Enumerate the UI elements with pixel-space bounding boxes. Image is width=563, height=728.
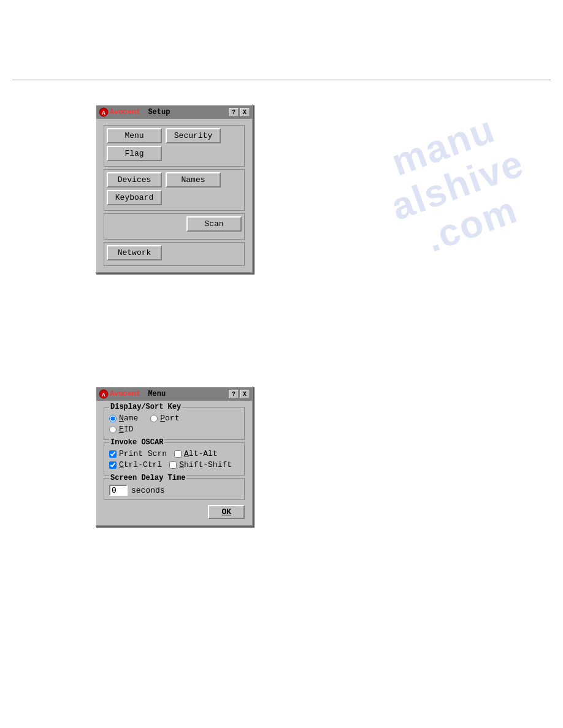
menu-title-left: A Avocent Menu xyxy=(99,389,166,399)
radio-port-row: Port xyxy=(150,414,179,423)
menu-titlebar: A Avocent Menu ? X xyxy=(96,387,252,401)
cb-ctrl-ctrl-item: Ctrl-Ctrl xyxy=(109,460,162,469)
cb-alt-alt-input[interactable] xyxy=(174,450,182,458)
btn-row-6: Network xyxy=(107,245,242,260)
flag-button[interactable]: Flag xyxy=(107,146,162,161)
scan-button[interactable]: Scan xyxy=(186,216,242,232)
setup-section-mid: Devices Names Keyboard xyxy=(104,169,245,211)
checkbox-row-1: Print Scrn Alt-Alt xyxy=(109,449,239,458)
display-sort-key-label: Display/Sort Key xyxy=(109,403,182,411)
invoke-oscar-label: Invoke OSCAR xyxy=(109,438,164,447)
radio-row-top: Name Port xyxy=(109,414,239,425)
menu-window: A Avocent Menu ? X Display/Sort Key Name xyxy=(95,386,253,526)
network-button[interactable]: Network xyxy=(107,245,162,260)
radio-name-input[interactable] xyxy=(109,415,117,422)
svg-text:A: A xyxy=(102,392,105,398)
menu-button[interactable]: Menu xyxy=(107,128,162,143)
cb-ctrl-ctrl-input[interactable] xyxy=(109,461,117,469)
cb-shift-shift-label: Shift-Shift xyxy=(179,460,232,469)
seconds-label: seconds xyxy=(131,486,165,495)
watermark: manualshive.com xyxy=(372,103,544,268)
screen-delay-row: seconds xyxy=(109,485,239,496)
menu-avocent-logo-icon: A xyxy=(99,389,109,399)
ok-row: OK xyxy=(101,502,247,521)
setup-window: A Avocent Setup ? X Menu Security Flag xyxy=(95,104,253,273)
page-container: manualshive.com A Avocent Setup ? X xyxy=(0,0,563,728)
setup-close-button[interactable]: X xyxy=(240,108,250,116)
avocent-text: Avocent xyxy=(110,108,140,116)
btn-row-1: Menu Security xyxy=(107,128,242,143)
setup-win-controls: ? X xyxy=(229,108,250,116)
setup-title-left: A Avocent Setup xyxy=(99,107,170,117)
devices-button[interactable]: Devices xyxy=(107,172,162,188)
setup-content: Menu Security Flag Devices Names Keyboar… xyxy=(96,119,252,272)
setup-window-title: Setup xyxy=(148,108,170,116)
menu-content: Display/Sort Key Name Port EID xyxy=(96,401,252,525)
radio-name-label: Name xyxy=(119,414,138,423)
menu-win-controls: ? X xyxy=(229,390,250,398)
cb-alt-alt-item: Alt-Alt xyxy=(174,449,218,458)
screen-delay-label: Screen Delay Time xyxy=(109,474,186,482)
radio-name-row: Name xyxy=(109,414,138,423)
cb-ctrl-ctrl-label: Ctrl-Ctrl xyxy=(119,460,162,469)
cb-shift-shift-input[interactable] xyxy=(169,461,177,469)
menu-close-button[interactable]: X xyxy=(240,390,250,398)
menu-avocent-text: Avocent xyxy=(110,390,140,398)
btn-row-4: Keyboard xyxy=(107,190,242,205)
menu-avocent-logo: A Avocent xyxy=(99,389,140,399)
menu-window-title: Menu xyxy=(148,390,166,398)
radio-eid-label: EID xyxy=(119,425,133,434)
radio-eid-row: EID xyxy=(109,425,239,434)
names-button[interactable]: Names xyxy=(166,172,221,188)
radio-eid-input[interactable] xyxy=(109,426,117,433)
radio-port-label: Port xyxy=(160,414,179,423)
horizontal-rule xyxy=(12,80,551,80)
checkbox-row-2: Ctrl-Ctrl Shift-Shift xyxy=(109,460,239,469)
display-sort-key-group: Display/Sort Key Name Port EID xyxy=(104,407,245,440)
svg-text:A: A xyxy=(102,110,105,116)
cb-alt-alt-label: Alt-Alt xyxy=(184,449,218,458)
avocent-logo-icon: A xyxy=(99,107,109,117)
menu-help-button[interactable]: ? xyxy=(229,390,239,398)
cb-print-scrn-item: Print Scrn xyxy=(109,449,167,458)
cb-shift-shift-item: Shift-Shift xyxy=(169,460,232,469)
btn-row-2: Flag xyxy=(107,146,242,161)
invoke-oscar-group: Invoke OSCAR Print Scrn Alt-Alt Ctrl-Ctr… xyxy=(104,442,245,476)
setup-titlebar: A Avocent Setup ? X xyxy=(96,105,252,119)
keyboard-button[interactable]: Keyboard xyxy=(107,190,162,205)
radio-port-input[interactable] xyxy=(150,415,158,422)
screen-delay-group: Screen Delay Time seconds xyxy=(104,478,245,500)
cb-print-scrn-input[interactable] xyxy=(109,450,117,458)
ok-button[interactable]: OK xyxy=(208,505,245,519)
security-button[interactable]: Security xyxy=(166,128,221,143)
setup-section-scan: Scan xyxy=(104,213,245,240)
setup-section-top: Menu Security Flag xyxy=(104,125,245,167)
setup-section-network: Network xyxy=(104,242,245,266)
btn-row-5: Scan xyxy=(107,216,242,232)
cb-print-scrn-label: Print Scrn xyxy=(119,449,167,458)
scan-spacer xyxy=(107,234,242,237)
btn-row-3: Devices Names xyxy=(107,172,242,188)
screen-delay-input[interactable] xyxy=(109,485,128,496)
avocent-logo: A Avocent xyxy=(99,107,140,117)
setup-help-button[interactable]: ? xyxy=(229,108,239,116)
